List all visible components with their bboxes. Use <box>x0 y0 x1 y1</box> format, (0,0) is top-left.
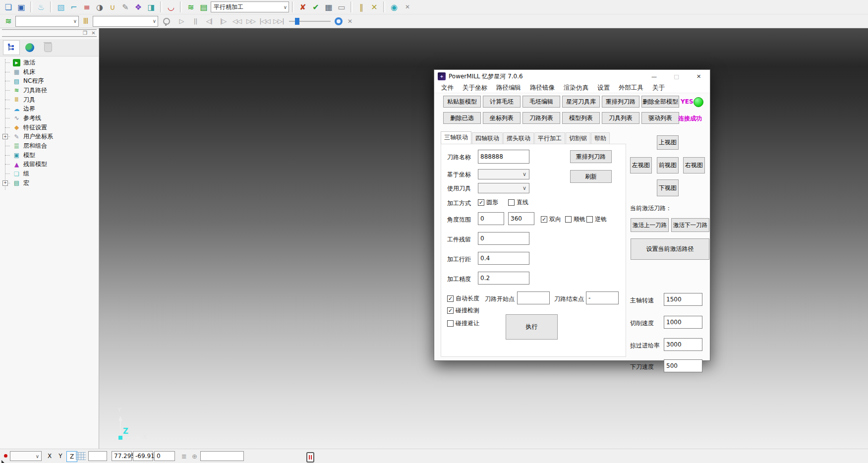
expand-icon[interactable]: + <box>2 180 8 186</box>
menu-item-外部工具[interactable]: 外部工具 <box>619 84 643 92</box>
coord-x-field[interactable]: 77.2951 <box>112 451 132 461</box>
play-button[interactable]: ▷ <box>175 17 188 25</box>
open-project-icon[interactable]: ❏ <box>2 1 14 13</box>
tree-item-stock-models[interactable]: ▲残留模型 <box>0 160 99 170</box>
collision-check-checkbox[interactable]: 碰撞检测 <box>447 306 479 315</box>
nc-program-combo[interactable]: ∨ <box>15 16 79 27</box>
tab-帮助[interactable]: 帮助 <box>591 132 610 144</box>
go-end-button[interactable]: ▷▷| <box>272 17 285 25</box>
tool-pair-icon[interactable]: ∥ <box>355 1 367 13</box>
action-button-删除已选[interactable]: 删除已选 <box>443 112 481 124</box>
tab-三轴联动[interactable]: 三轴联动 <box>441 131 471 144</box>
execute-button[interactable]: 执行 <box>506 314 558 340</box>
fast-forward-button[interactable]: ▷▷ <box>244 17 257 25</box>
tool-half-icon[interactable]: ◑ <box>94 1 106 13</box>
action-button-刀具列表[interactable]: 刀具列表 <box>602 112 639 124</box>
block-icon[interactable]: ▧ <box>55 1 67 13</box>
stock-allowance-input[interactable] <box>478 232 529 245</box>
menu-item-关于[interactable]: 关于 <box>652 84 665 92</box>
refresh-button[interactable]: 刷新 <box>570 170 612 183</box>
end-point-input[interactable] <box>586 291 619 304</box>
coord-y-field[interactable]: -69.918 <box>133 451 153 461</box>
tab-平行加工[interactable]: 平行加工 <box>534 132 565 144</box>
tree-item-levels-sets[interactable]: ☰层和组合 <box>0 141 99 151</box>
circle-mode-checkbox[interactable]: 圆形 <box>478 198 498 207</box>
tree-item-boundaries[interactable]: ☁边界 <box>0 104 99 114</box>
device-pause-icon[interactable] <box>306 452 314 463</box>
menu-item-文件[interactable]: 文件 <box>441 84 454 92</box>
axis-x-button[interactable]: X <box>45 451 55 461</box>
front-view-button[interactable]: 前视图 <box>657 157 679 174</box>
action-button-毛坯编辑[interactable]: 毛坯编辑 <box>522 96 560 108</box>
menu-item-路径编辑[interactable]: 路径编辑 <box>496 84 521 92</box>
blocks-pot-icon[interactable]: ♨ <box>35 1 47 13</box>
tool-invalid-icon[interactable]: ✘ <box>297 1 309 13</box>
tree-item-tools[interactable]: Ⅲ刀具 <box>0 95 99 105</box>
stepover-input[interactable] <box>478 252 529 265</box>
explorer-tree-tab[interactable] <box>3 40 20 55</box>
activate-next-toolpath-button[interactable]: 激活下一刀路 <box>671 218 709 232</box>
axis-y-button[interactable]: Y <box>56 451 65 461</box>
xyz-list-icon[interactable]: ≣ <box>181 453 187 460</box>
undercut-tool-icon[interactable]: ◡ <box>165 1 177 13</box>
dialog-titlebar[interactable]: ✦ PowerMILL 忆梦星河 7.0.6 — □ ✕ <box>434 70 710 83</box>
action-button-驱动列表[interactable]: 驱动列表 <box>641 112 679 124</box>
feature-profile-icon[interactable]: ⌐ <box>68 1 80 13</box>
collision-avoid-checkbox[interactable]: 碰撞避让 <box>447 319 479 328</box>
tree-item-toolpaths[interactable]: ≋刀具路径 <box>0 86 99 95</box>
measure-field[interactable] <box>200 451 244 461</box>
cutting-speed-input[interactable] <box>664 316 702 329</box>
plunge-speed-input[interactable] <box>664 359 702 372</box>
block-tool-icon[interactable]: ◨ <box>145 1 157 13</box>
tree-item-patterns[interactable]: ∿参考线 <box>0 114 99 123</box>
menu-item-路径镜像[interactable]: 路径镜像 <box>530 84 555 92</box>
skim-feedrate-input[interactable] <box>664 338 702 351</box>
expand-icon[interactable]: + <box>2 134 8 139</box>
main-toolbar-close-icon[interactable]: ✕ <box>403 2 412 11</box>
ruler-icon[interactable]: ▭ <box>336 1 347 13</box>
tab-四轴联动[interactable]: 四轴联动 <box>472 132 503 144</box>
angle-to-input[interactable] <box>508 212 534 225</box>
left-view-button[interactable]: 左视图 <box>630 157 652 174</box>
save-project-icon[interactable]: ▣ <box>15 1 27 13</box>
line-mode-checkbox[interactable]: 直线 <box>508 198 528 207</box>
activate-prev-toolpath-button[interactable]: 激活上一刀路 <box>631 218 669 232</box>
action-button-计算毛坯[interactable]: 计算毛坯 <box>483 96 521 108</box>
action-button-粘贴新模型[interactable]: 粘贴新模型 <box>443 96 481 108</box>
calculator-icon[interactable]: ▦ <box>323 1 335 13</box>
sim-speed-slider[interactable] <box>289 17 331 26</box>
strategy-lines-icon[interactable]: ≡ <box>81 1 93 13</box>
coord-z-field[interactable]: 0 <box>154 451 175 461</box>
close-panel-icon[interactable]: ✕ <box>90 30 97 36</box>
auto-length-checkbox[interactable]: 自动长度 <box>447 294 479 303</box>
tree-item-machine[interactable]: ▦机床 <box>0 67 99 77</box>
rewind-button[interactable]: ◁◁ <box>231 17 243 25</box>
step-forward-button[interactable]: |▷ <box>217 17 230 25</box>
tree-item-macros[interactable]: +▤宏 <box>0 178 99 188</box>
cross-arrows-icon[interactable]: ✕ <box>368 1 380 13</box>
climb-mill-checkbox[interactable]: 顺铣 <box>565 215 585 224</box>
close-icon[interactable]: ✕ <box>688 70 710 83</box>
float-panel-icon[interactable]: ❐ <box>82 30 88 36</box>
points-diamond-icon[interactable]: ❖ <box>132 1 144 13</box>
shade-bulb-icon[interactable] <box>163 18 170 25</box>
tree-item-feature-sets[interactable]: ◆特征设置 <box>0 123 99 132</box>
menu-item-渲染仿真[interactable]: 渲染仿真 <box>564 84 588 92</box>
angle-from-input[interactable] <box>478 212 504 225</box>
tool-valid-icon[interactable]: ✔ <box>310 1 322 13</box>
step-back-button[interactable]: ◁| <box>203 17 216 25</box>
action-button-刀路列表[interactable]: 刀路列表 <box>522 112 560 124</box>
bidirectional-checkbox[interactable]: 双向 <box>541 215 561 224</box>
globe-viewer-tab[interactable] <box>21 40 38 55</box>
grid-toggle-icon[interactable] <box>76 452 86 460</box>
toolpath-combo[interactable]: ∨ <box>93 16 158 27</box>
action-button-重排列刀路[interactable]: 重排列刀路 <box>602 96 639 108</box>
pause-button[interactable]: || <box>189 17 202 25</box>
action-button-星河刀具库[interactable]: 星河刀具库 <box>562 96 600 108</box>
strategy-list-icon[interactable]: ▤ <box>198 1 210 13</box>
based-coord-select[interactable]: ∨ <box>478 169 529 179</box>
grid-size-field[interactable] <box>88 451 107 461</box>
tab-摆头联动[interactable]: 摆头联动 <box>503 132 534 144</box>
tree-item-activate[interactable]: ▸激活 <box>0 58 99 67</box>
tree-item-groups[interactable]: ❏组 <box>0 169 99 178</box>
